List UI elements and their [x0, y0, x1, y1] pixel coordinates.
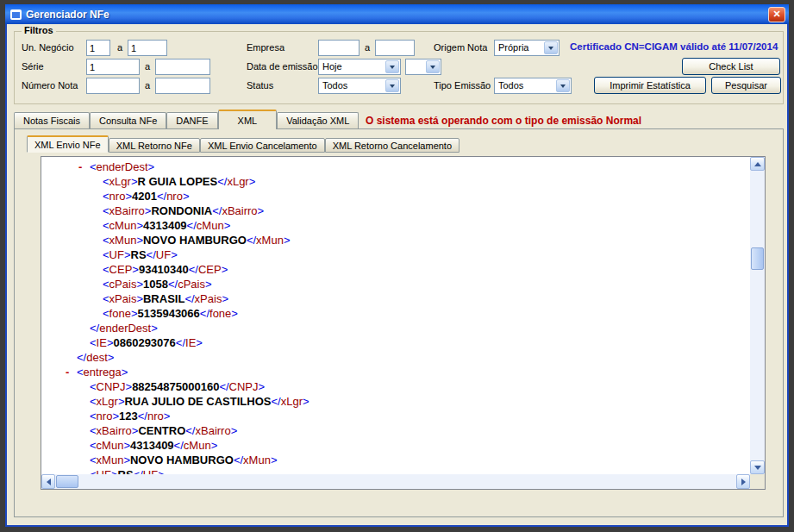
xml-line: <cMun>4313409</cMun> — [41, 218, 750, 233]
serie-range-separator: a — [145, 61, 150, 72]
scroll-down-icon — [754, 466, 761, 473]
numero-nota-from-input[interactable] — [86, 78, 140, 94]
data-emissao-secondary-dropdown-button[interactable] — [426, 60, 440, 73]
serie-from-input[interactable] — [86, 59, 140, 75]
scroll-up-icon — [754, 159, 761, 166]
scroll-right-button[interactable] — [736, 474, 750, 489]
un-negocio-range-separator: a — [117, 42, 122, 53]
tab-consulta-nfe[interactable]: Consulta NFe — [90, 112, 166, 128]
filters-groupbox: Filtros Un. Negócio a Empresa a Origem N… — [14, 31, 784, 104]
chevron-down-icon — [390, 66, 395, 72]
xml-content: -<enderDest><xLgr>R GUIA LOPES</xLgr><nr… — [41, 157, 750, 474]
scroll-left-icon — [43, 479, 51, 485]
check-list-button[interactable]: Check List — [682, 58, 780, 75]
origem-nota-label: Origem Nota — [434, 42, 487, 53]
numero-nota-to-input[interactable] — [155, 78, 210, 94]
app-window: Gerenciador NFe ✕ Filtros Un. Negócio a … — [5, 4, 789, 527]
empresa-range-separator: a — [365, 42, 370, 53]
tipo-emissao-dropdown-button[interactable] — [556, 79, 570, 92]
data-emissao-dropdown-button[interactable] — [385, 60, 399, 73]
xml-viewer: -<enderDest><xLgr>R GUIA LOPES</xLgr><nr… — [41, 156, 766, 490]
tab-xml[interactable]: XML — [218, 110, 278, 129]
data-emissao-value: Hoje — [322, 61, 384, 72]
close-button[interactable]: ✕ — [768, 7, 785, 22]
xml-line: </enderDest> — [41, 321, 750, 335]
tab-notas-fiscais[interactable]: Notas Fiscais — [14, 112, 90, 128]
xml-line: <cMun>4313409</cMun> — [41, 438, 750, 453]
data-emissao-combo[interactable]: Hoje — [318, 59, 401, 75]
chevron-down-icon — [390, 84, 395, 91]
emission-mode-status-text: O sistema está operando com o tipo de em… — [366, 115, 641, 127]
close-icon: ✕ — [772, 9, 780, 20]
un-negocio-from-input[interactable] — [86, 40, 110, 56]
origem-nota-value: Própria — [498, 42, 543, 53]
numero-nota-range-separator: a — [145, 80, 150, 91]
horizontal-scrollbar[interactable] — [41, 474, 750, 489]
app-icon — [10, 9, 22, 20]
tipo-emissao-combo[interactable]: Todos — [494, 78, 572, 94]
xml-line: <xBairro>RONDONIA</xBairro> — [41, 203, 750, 218]
scroll-up-button[interactable] — [750, 157, 765, 171]
xml-line: <CEP>93410340</CEP> — [41, 262, 750, 277]
imprimir-estatistica-button[interactable]: Imprimir Estatística — [594, 77, 706, 94]
vertical-scrollbar[interactable] — [750, 157, 765, 474]
xml-line: <UF>RS</UF> — [41, 467, 750, 474]
scroll-down-button[interactable] — [750, 460, 765, 474]
tipo-emissao-label: Tipo Emissão — [434, 80, 491, 91]
data-emissao-label: Data de emissão — [247, 61, 318, 72]
xml-subtabs: XML Envio NFeXML Retorno NFeXML Envio Ca… — [27, 135, 460, 153]
xml-line: <nro>4201</nro> — [41, 189, 750, 203]
empresa-label: Empresa — [247, 42, 284, 53]
chevron-down-icon — [548, 47, 553, 53]
empresa-from-input[interactable] — [318, 40, 359, 56]
empresa-to-input[interactable] — [375, 40, 415, 56]
xml-line: <CNPJ>88254875000160</CNPJ> — [41, 379, 750, 394]
tab-danfe[interactable]: DANFE — [166, 112, 217, 128]
xml-line: -<enderDest> — [41, 160, 750, 174]
origem-nota-combo[interactable]: Própria — [494, 40, 560, 56]
vertical-scrollbar-thumb[interactable] — [751, 247, 764, 270]
xml-line: <nro>123</nro> — [41, 409, 750, 423]
serie-to-input[interactable] — [155, 59, 210, 75]
xml-line: </dest> — [41, 350, 750, 365]
xml-line: <xMun>NOVO HAMBURGO</xMun> — [41, 453, 750, 467]
tab-valida-o-xml[interactable]: Validação XML — [277, 112, 359, 128]
xml-line: <fone>5135943066</fone> — [41, 306, 750, 321]
filters-legend: Filtros — [22, 25, 56, 35]
certificate-status-text: Certificado CN=CIGAM válido até 11/07/20… — [570, 41, 778, 52]
collapse-icon[interactable]: - — [66, 365, 77, 379]
subtab-xml-envio-cancelamento[interactable]: XML Envio Cancelamento — [200, 138, 325, 153]
status-label: Status — [247, 80, 273, 91]
chevron-down-icon — [560, 84, 566, 91]
pesquisar-button[interactable]: Pesquisar — [711, 77, 781, 94]
main-tabs: Notas FiscaisConsulta NFeDANFEXMLValidaç… — [14, 110, 359, 129]
un-negocio-to-input[interactable] — [128, 40, 167, 56]
status-dropdown-button[interactable] — [385, 79, 399, 92]
subtab-xml-envio-nfe[interactable]: XML Envio NFe — [27, 135, 109, 153]
data-emissao-secondary-combo[interactable] — [405, 59, 441, 75]
numero-nota-label: Número Nota — [22, 80, 78, 91]
status-combo[interactable]: Todos — [318, 78, 401, 94]
serie-label: Série — [22, 61, 44, 72]
xml-line: <cPais>1058</cPais> — [41, 277, 750, 291]
xml-line: -<entrega> — [41, 365, 750, 379]
status-value: Todos — [322, 80, 384, 91]
origem-nota-dropdown-button[interactable] — [544, 41, 558, 54]
tipo-emissao-value: Todos — [498, 80, 555, 91]
chevron-down-icon — [430, 66, 435, 72]
window-title: Gerenciador NFe — [26, 9, 768, 21]
xml-line: <xMun>NOVO HAMBURGO</xMun> — [41, 233, 750, 247]
subtab-xml-retorno-nfe[interactable]: XML Retorno NFe — [109, 138, 200, 153]
scroll-right-icon — [741, 479, 749, 485]
xml-tab-panel: XML Envio NFeXML Retorno NFeXML Envio Ca… — [14, 128, 784, 517]
scroll-left-button[interactable] — [41, 474, 55, 489]
xml-line: <xLgr>RUA JULIO DE CASTILHOS</xLgr> — [41, 394, 750, 409]
title-bar[interactable]: Gerenciador NFe ✕ — [5, 4, 789, 24]
horizontal-scrollbar-thumb[interactable] — [56, 475, 78, 488]
un-negocio-label: Un. Negócio — [22, 42, 74, 53]
xml-line: <xLgr>R GUIA LOPES</xLgr> — [41, 174, 750, 189]
collapse-icon[interactable]: - — [78, 160, 90, 174]
subtab-xml-retorno-cancelamento[interactable]: XML Retorno Cancelamento — [325, 138, 460, 153]
xml-line: <xBairro>CENTRO</xBairro> — [41, 423, 750, 438]
xml-line: <IE>0860293076</IE> — [41, 335, 750, 350]
